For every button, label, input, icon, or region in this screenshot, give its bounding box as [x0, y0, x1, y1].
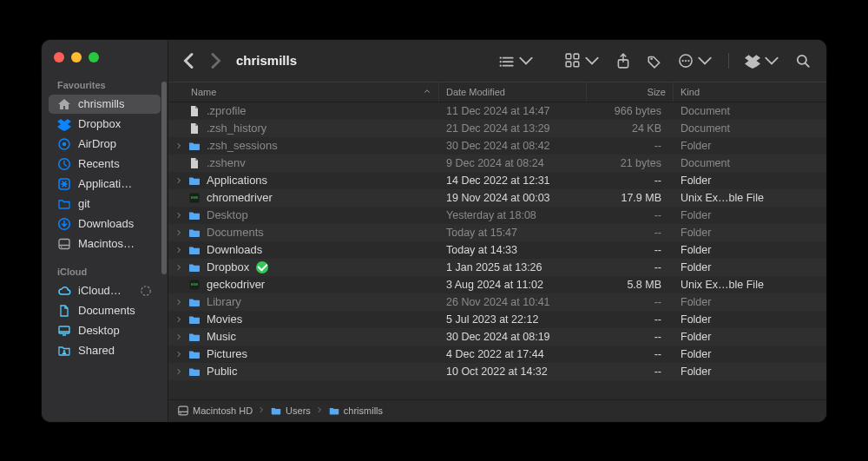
- file-row[interactable]: .zprofile11 Dec 2024 at 14:47966 bytesDo…: [168, 102, 826, 120]
- more-actions-button[interactable]: [673, 49, 718, 72]
- file-date: 3 Aug 2024 at 11:02: [439, 279, 587, 291]
- disclosure-triangle[interactable]: [174, 177, 184, 184]
- col-date[interactable]: Date Modified: [439, 82, 587, 102]
- finder-window: FavouriteschrismillsDropboxAirDropRecent…: [42, 40, 826, 422]
- clock-icon: [57, 157, 71, 171]
- file-row[interactable]: DownloadsToday at 14:33--Folder: [168, 241, 826, 259]
- file-row[interactable]: Applications14 Dec 2022 at 12:31--Folder: [168, 172, 826, 189]
- file-row[interactable]: Movies5 Jul 2023 at 22:12--Folder: [168, 311, 826, 328]
- file-row[interactable]: Pictures4 Dec 2022 at 17:44--Folder: [168, 346, 826, 363]
- file-row[interactable]: Library26 Nov 2024 at 10:41--Folder: [168, 293, 826, 311]
- sidebar-item-apps[interactable]: Applicati…: [49, 175, 161, 194]
- file-kind: Document: [674, 105, 826, 117]
- col-size[interactable]: Size: [587, 82, 674, 102]
- shared-icon: [57, 344, 71, 358]
- sidebar-item-label: Macintos…: [78, 237, 152, 250]
- file-name: .zsh_history: [207, 122, 266, 135]
- disclosure-triangle[interactable]: [174, 247, 184, 254]
- zoom-button[interactable]: [89, 52, 99, 63]
- file-row[interactable]: Dropbox1 Jan 2025 at 13:26--Folder: [168, 259, 826, 276]
- file-date: 30 Dec 2024 at 08:42: [439, 140, 587, 152]
- file-row[interactable]: geckodriver3 Aug 2024 at 11:025.8 MBUnix…: [168, 276, 826, 293]
- file-date: 10 Oct 2022 at 14:32: [439, 366, 587, 378]
- sidebar-item-documents[interactable]: Documents: [49, 301, 161, 320]
- file-size: 17.9 MB: [587, 192, 674, 204]
- doc-icon: [187, 104, 201, 118]
- sidebar-item-chrismills[interactable]: chrismills: [49, 95, 161, 114]
- path-bar: Macintosh HDUserschrismills: [168, 399, 826, 422]
- toolbar-divider: [728, 53, 729, 69]
- disclosure-triangle[interactable]: [174, 229, 184, 236]
- minimize-button[interactable]: [71, 52, 82, 63]
- file-name: geckodriver: [207, 278, 265, 291]
- path-item[interactable]: Users: [270, 405, 311, 417]
- file-row[interactable]: DesktopYesterday at 18:08--Folder: [168, 207, 826, 224]
- file-name: Dropbox: [207, 260, 249, 273]
- file-name: Movies: [207, 313, 242, 326]
- path-item[interactable]: Macintosh HD: [177, 405, 253, 417]
- sidebar-item-recents[interactable]: Recents: [49, 155, 161, 174]
- file-name: Documents: [207, 226, 264, 239]
- file-date: Today at 14:33: [439, 244, 587, 256]
- group-by-button[interactable]: [560, 49, 605, 72]
- sync-ok-icon: [256, 261, 268, 273]
- doc-icon: [57, 304, 71, 318]
- sidebar-item-machd[interactable]: Macintos…: [49, 234, 161, 254]
- search-button[interactable]: [790, 49, 816, 72]
- file-name: chromedriver: [207, 191, 273, 204]
- sidebar-scrollbar[interactable]: [161, 82, 168, 415]
- file-row[interactable]: chromedriver19 Nov 2024 at 00:0317.9 MBU…: [168, 189, 826, 207]
- path-label: Macintosh HD: [193, 405, 253, 416]
- sidebar-item-dropbox[interactable]: Dropbox: [49, 115, 161, 134]
- disclosure-triangle[interactable]: [174, 368, 184, 375]
- view-list-button[interactable]: [494, 49, 539, 72]
- toolbar: chrismills: [168, 40, 826, 82]
- share-button[interactable]: [610, 49, 636, 72]
- disclosure-triangle[interactable]: [174, 333, 184, 340]
- dropbox-button[interactable]: [740, 49, 785, 72]
- tags-button[interactable]: [641, 49, 667, 72]
- disclosure-triangle[interactable]: [174, 299, 184, 306]
- file-size: 24 KB: [587, 122, 674, 135]
- sidebar-item-iclouddrive[interactable]: iCloud…: [49, 281, 161, 300]
- col-name-label: Name: [175, 87, 216, 97]
- file-row[interactable]: Public10 Oct 2022 at 14:32--Folder: [168, 363, 826, 380]
- doc-icon: [187, 122, 201, 135]
- file-row[interactable]: .zsh_sessions30 Dec 2024 at 08:42--Folde…: [168, 137, 826, 155]
- col-name[interactable]: Name: [168, 82, 439, 102]
- folder-icon: [328, 405, 340, 417]
- sidebar-item-airdrop[interactable]: AirDrop: [49, 135, 161, 154]
- file-name: .zsh_sessions: [207, 139, 278, 152]
- file-row[interactable]: .zsh_history21 Dec 2024 at 13:2924 KBDoc…: [168, 120, 826, 137]
- disclosure-triangle[interactable]: [174, 212, 184, 219]
- file-row[interactable]: DocumentsToday at 15:47--Folder: [168, 224, 826, 241]
- file-size: --: [587, 313, 674, 326]
- main-pane: chrismills: [168, 40, 826, 422]
- sidebar-item-label: chrismills: [78, 97, 152, 110]
- download-icon: [57, 217, 71, 231]
- sidebar-item-git[interactable]: git: [49, 194, 161, 214]
- sidebar-item-shared[interactable]: Shared: [49, 341, 161, 360]
- file-name: .zprofile: [207, 104, 247, 117]
- disclosure-triangle[interactable]: [174, 351, 184, 358]
- nav-forward-button[interactable]: [205, 50, 226, 71]
- folder-icon: [187, 226, 201, 240]
- nav-back-button[interactable]: [179, 50, 200, 71]
- sidebar-item-downloads[interactable]: Downloads: [49, 214, 161, 234]
- file-row[interactable]: Music30 Dec 2024 at 08:19--Folder: [168, 328, 826, 346]
- disclosure-triangle[interactable]: [174, 264, 184, 271]
- file-kind: Unix Ex…ble File: [674, 279, 826, 291]
- sync-progress-icon: [140, 285, 152, 297]
- file-size: --: [587, 366, 674, 378]
- disclosure-triangle[interactable]: [174, 142, 184, 149]
- col-kind[interactable]: Kind: [674, 82, 826, 102]
- close-button[interactable]: [54, 52, 64, 63]
- disclosure-triangle[interactable]: [174, 316, 184, 323]
- path-item[interactable]: chrismills: [328, 405, 383, 417]
- exec-icon: [187, 191, 201, 205]
- sidebar-item-desktop[interactable]: Desktop: [49, 321, 161, 340]
- sidebar-item-label: iCloud…: [78, 284, 133, 297]
- sidebar-item-label: AirDrop: [78, 137, 152, 150]
- file-row[interactable]: .zshenv9 Dec 2024 at 08:2421 bytesDocume…: [168, 155, 826, 172]
- sidebar-item-label: Recents: [78, 157, 152, 170]
